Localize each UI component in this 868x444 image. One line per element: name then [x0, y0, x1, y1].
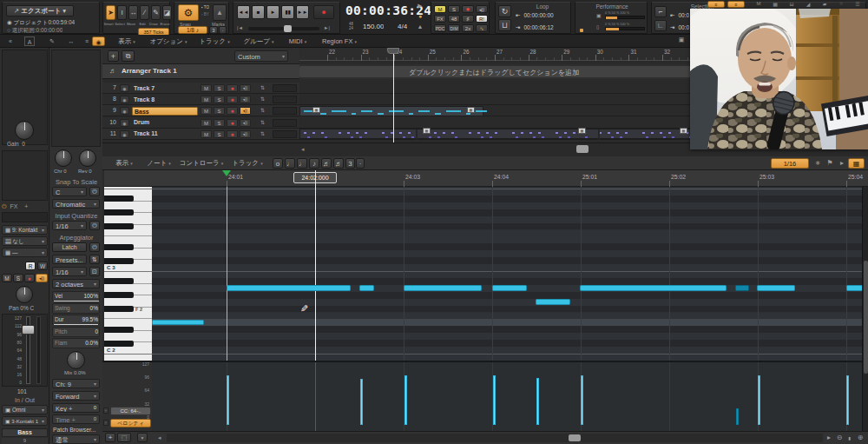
track-solo-button[interactable]: S — [214, 107, 225, 115]
velocity-bar[interactable] — [360, 379, 363, 425]
track-name[interactable]: Track 7 — [132, 84, 198, 93]
stop-button[interactable]: ■ — [252, 5, 265, 19]
volume-fader[interactable]: 1271129680644832160 — [2, 314, 48, 387]
track-row[interactable]: 7◉Track 7MS●◂))⇅ — [102, 83, 299, 94]
arp-slider-pitch[interactable]: Pitch0 — [52, 327, 100, 337]
mix-48-button[interactable]: 48 — [448, 15, 460, 23]
snap-by-toggle[interactable]: ▫ BY — [201, 12, 209, 17]
fx-add-button[interactable]: + — [24, 203, 28, 209]
flag-icon[interactable]: ⚑ — [825, 159, 835, 169]
fx-none-select[interactable]: ▦ なし▾ — [2, 236, 48, 246]
menu-tab-0[interactable]: 表示 ▾ — [111, 36, 142, 46]
midi-note[interactable] — [404, 285, 482, 290]
duration-button-3[interactable]: ♪ — [309, 158, 319, 169]
synth-select[interactable]: ▦ 9: Kontakt▾ — [2, 225, 48, 235]
track-name[interactable]: Bass — [132, 107, 198, 116]
lane-expand-icon[interactable]: ⇅ — [257, 96, 268, 103]
arm-record-button[interactable]: ● — [24, 274, 35, 282]
track-echo-button[interactable]: ◂)) — [240, 119, 251, 127]
win-icon-0[interactable]: M — [752, 1, 766, 8]
snap-dot-button[interactable]: . — [219, 26, 227, 34]
gain-knob[interactable] — [15, 121, 34, 140]
track-solo-button[interactable]: S — [214, 84, 225, 92]
mode-select[interactable]: 通常▾ — [52, 434, 100, 444]
pr-menu-0[interactable]: 表示 ▾ — [109, 158, 139, 169]
input-quantize-power-button[interactable]: ⏻ — [89, 221, 100, 230]
time-offset-field[interactable]: Time +0 — [52, 414, 100, 424]
menu-tab-2[interactable]: トラック ▾ — [194, 36, 234, 46]
lane-expand-icon[interactable]: ⇅ — [257, 130, 268, 138]
mix--button[interactable]: ∿ — [476, 24, 488, 32]
transport-slider-handle[interactable] — [284, 25, 292, 32]
input-quantize-select[interactable]: 1/16▾ — [52, 221, 87, 230]
scroll-left-icon[interactable]: ◂ — [301, 146, 305, 153]
playhead-handle[interactable] — [387, 48, 399, 54]
tempo-value[interactable]: 150.00 — [363, 23, 384, 30]
pr-hscrollbar[interactable] — [167, 434, 823, 442]
lane-expand-icon[interactable]: ⇅ — [257, 119, 268, 127]
arp-lock-button[interactable]: ⊡ — [89, 267, 100, 276]
play-button[interactable]: ► — [266, 5, 279, 19]
marks-button[interactable]: ▲ — [213, 4, 227, 21]
pr-vscrollbar-handle[interactable] — [864, 261, 868, 374]
track-echo-button[interactable]: ◂)) — [240, 107, 251, 115]
velocity-bar[interactable] — [404, 375, 407, 425]
track-scrollbar-handle[interactable] — [576, 145, 589, 153]
pr-scroll-left-icon[interactable]: ◂ — [158, 434, 161, 441]
tool-select-button[interactable]: I — [117, 5, 127, 20]
duration-button-2[interactable]: ♩ — [297, 158, 307, 169]
velocity-bar[interactable] — [536, 378, 539, 426]
focus-icon[interactable]: ◉ — [92, 36, 105, 46]
pr-hscrollbar-handle[interactable] — [569, 434, 581, 441]
input-echo-button[interactable]: ◂)) — [36, 274, 48, 282]
mix--button[interactable]: ● — [462, 5, 474, 13]
lane-collapse-icon[interactable]: − — [103, 420, 108, 426]
track-solo-button[interactable]: S — [214, 119, 225, 127]
go-end-button[interactable]: ►| — [324, 25, 332, 32]
velocity-bar[interactable] — [493, 375, 496, 425]
pr-triplet-button[interactable]: 3 — [345, 158, 355, 169]
arp-updown-button[interactable]: ⇅ — [89, 255, 100, 264]
note-grid[interactable] — [152, 187, 862, 361]
track-arm-button[interactable]: ● — [227, 84, 238, 92]
track-row[interactable]: 11◉Track 11MS●◂))⇅ — [102, 129, 299, 140]
export-button[interactable]: ↗ エクスポート ▾ — [6, 5, 74, 17]
midi-note[interactable] — [536, 299, 570, 304]
track-mute-button[interactable]: M — [201, 96, 212, 103]
playhead-line[interactable] — [393, 54, 394, 142]
clip-fx-badge[interactable]: ▦ — [467, 107, 475, 113]
reverb-knob[interactable] — [79, 149, 96, 167]
tool-edit-button[interactable]: ∕ — [140, 5, 149, 20]
patch-browser-link[interactable]: Patch Browser... — [53, 427, 101, 433]
arp-slider-flam[interactable]: Flam0.0% — [52, 338, 100, 348]
black-key[interactable] — [104, 209, 134, 215]
track-echo-button[interactable]: ◂)) — [240, 84, 251, 92]
key-offset-field[interactable]: Key +0 — [52, 403, 100, 413]
selection-end-value[interactable]: ⇥ 00:0 — [670, 24, 689, 31]
zoom-slider-icon[interactable]: ▮ — [845, 434, 854, 442]
win-icon-6[interactable]: ☰ — [851, 1, 865, 8]
arp-mix-knob[interactable] — [67, 351, 85, 369]
velocity-bar[interactable] — [846, 375, 849, 425]
velocity-bar[interactable] — [227, 375, 229, 425]
fit-icon[interactable]: ↔ — [64, 36, 78, 46]
arranger-preset-select[interactable]: Custom▾ — [234, 50, 288, 62]
black-key[interactable] — [104, 327, 134, 333]
black-key[interactable] — [104, 341, 134, 347]
loop-start-value[interactable]: ⇤ 00:00:00:00 — [516, 12, 554, 19]
mute-button[interactable]: M — [2, 274, 12, 282]
piano-keyboard[interactable]: C 3F 2C 2 — [104, 187, 152, 361]
track-arm-button[interactable]: ● — [227, 107, 238, 115]
arp-slider-dur[interactable]: Dur99.5% — [52, 315, 100, 325]
midi-note[interactable] — [152, 320, 204, 325]
midi-note[interactable] — [227, 285, 351, 290]
mix-2x-button[interactable]: 2x — [462, 24, 474, 32]
black-key[interactable] — [104, 258, 134, 264]
black-key[interactable] — [104, 195, 134, 202]
pr-menu-2[interactable]: コントローラ ▾ — [179, 158, 224, 169]
win-tool-button-2[interactable]: ≡ — [727, 1, 745, 8]
play-mini-icon[interactable]: ▸ — [837, 159, 847, 169]
duration-button-4[interactable]: ♬ — [321, 158, 332, 169]
snap-triplet-button[interactable]: 3 — [209, 26, 218, 34]
mix-m-button[interactable]: M — [434, 5, 446, 13]
